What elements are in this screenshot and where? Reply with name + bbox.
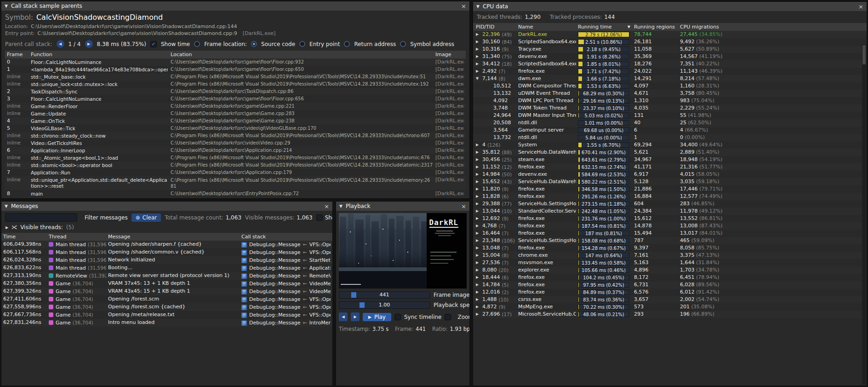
col-thread[interactable]: Thread (49, 233, 106, 241)
col-message[interactable]: Message (108, 233, 240, 241)
callstack-titlebar[interactable]: ▼ Call stack sample parents × (1, 1, 469, 11)
callstack-row[interactable]: inline std::unique_lock<std::mutex>::loc… (5, 81, 466, 88)
expand-arrow-icon[interactable]: ▶ (476, 38, 480, 46)
expand-arrow-icon[interactable]: ▶ (476, 311, 480, 318)
expand-arrow-icon[interactable]: ▶ (476, 208, 480, 215)
cpu-row[interactable]: 24,964 DWM Master Input Thread 5.03 ms (… (473, 112, 867, 119)
expand-arrow-icon[interactable]: ▶ (476, 68, 480, 75)
expand-arrow-icon[interactable]: ▶ (476, 303, 480, 311)
message-row[interactable]: 627,399,326ns Game(36,704) VRAM 43x45: 1… (1, 288, 332, 295)
callstack-row[interactable]: inline Video::GetTicksHiRes C:\Users\wol… (5, 139, 466, 147)
cpu-row[interactable]: ▶1,488(10) csrss.exe 83.74 ms (0.36%) 3,… (473, 296, 867, 303)
message-row[interactable]: 627,558,996ns Game(36,704) Opening /fore… (1, 303, 332, 311)
expand-arrow-icon[interactable]: ▶ (476, 259, 480, 266)
expand-arrow-icon[interactable]: ▶ (476, 222, 480, 230)
callstack-row[interactable]: inline Game::Update C:\Users\wolf\Deskto… (5, 110, 466, 117)
radio-source-code[interactable] (251, 41, 257, 47)
message-callstack[interactable]: DebugLog::Message ← VFS::Open (241, 248, 331, 256)
cpu-row[interactable]: ▶31,340(75) devenv.exe 1.91 s (8.26%) 35… (473, 53, 867, 60)
col-image[interactable]: Image (435, 51, 464, 58)
step-back-button[interactable]: ◀ (339, 312, 348, 321)
cpu-row[interactable]: ▶30,456(25) steam.exe 643.61 ms (2.79%) … (473, 156, 867, 163)
cpu-row[interactable]: ▶10,316(9) Tracy.exe 2.18 s (9.45%) 11,0… (473, 46, 867, 53)
cpu-row[interactable]: ▶12,692(9) firefox.exe 231.76 ms (1.00%)… (473, 215, 867, 222)
callstack-row[interactable]: inline std::chrono::steady_clock::now C:… (5, 132, 466, 139)
zoom-checkbox[interactable]: ✓ (445, 314, 451, 320)
expand-arrow-icon[interactable]: ▶ (476, 237, 480, 244)
radio-source-code-label[interactable]: Source code (261, 41, 295, 47)
expand-arrow-icon[interactable]: ▶ (476, 149, 480, 156)
expand-arrow-icon[interactable]: ▶ (476, 266, 480, 274)
callstack-row[interactable]: 2 TaskDispatch::Sync C:\Users\wolf\Deskt… (5, 88, 466, 95)
cpu-row[interactable]: 4,092 DWM LPC Port Thread 29.16 ms (0.13… (473, 97, 867, 104)
cpu-row[interactable]: 13,732 ntdll.dll 5.84 us (0.00%) 1 0 (0.… (473, 134, 867, 141)
radio-symbol-address[interactable] (400, 41, 406, 47)
cpu-scrollbar[interactable] (862, 44, 866, 385)
close-icon[interactable]: × (858, 4, 863, 10)
expand-arrow-icon[interactable]: ▶ (476, 178, 480, 185)
visible-threads-label[interactable]: Visible threads: (20, 224, 63, 231)
cpu-row[interactable]: ▶13,044(10) StandardCollector.Service 24… (473, 208, 867, 215)
expand-arrow-icon[interactable]: ▶ (476, 60, 480, 68)
cpu-row[interactable]: ▶15,652(43) ServiceHub.DataWarehouse 580… (473, 178, 867, 185)
expand-arrow-icon[interactable]: ▶ (476, 185, 480, 193)
expand-arrow-icon[interactable]: ▶ (476, 156, 480, 163)
messages-table-header[interactable]: Time Thread Message Call stack (1, 233, 332, 241)
message-callstack[interactable]: DebugLog::Message ← StartNetwo (241, 256, 331, 264)
playback-titlebar[interactable]: ▼ Playback × (336, 202, 469, 211)
message-row[interactable]: 627,831,246ns Game(36,704) Intro menu lo… (1, 319, 332, 327)
expand-arrow-icon[interactable]: ▶ (476, 171, 480, 178)
expand-arrow-icon[interactable]: ▶ (476, 141, 480, 149)
expand-threads-icon[interactable]: ▶ (6, 225, 8, 230)
close-icon[interactable]: × (324, 203, 329, 209)
callstack-row[interactable]: 7 Application::Run C:\Users\wolf\Desktop… (5, 169, 466, 176)
collapse-icon[interactable]: ▼ (339, 204, 343, 208)
playback-speed-slider[interactable]: 1.00 (339, 301, 430, 309)
col-pid-tid[interactable]: PID/TID (476, 23, 516, 31)
next-parent-button[interactable]: ▶ (85, 40, 93, 48)
filter-input[interactable] (5, 213, 77, 222)
show-time-checkbox[interactable]: ✓ (150, 41, 157, 47)
cpu-titlebar[interactable]: ▼ CPU data × (473, 2, 867, 11)
play-button[interactable]: ▶Play (363, 313, 391, 321)
clear-button[interactable]: ⊗Clear (131, 214, 161, 222)
message-callstack[interactable]: DebugLog::Message ← VFS::Open (241, 241, 331, 248)
step-forward-button[interactable]: ▶ (351, 312, 360, 321)
cpu-row[interactable]: ▶14,784(5) firefox.exe 97.95 ms (0.42%) … (473, 281, 867, 289)
cpu-row[interactable]: 3,748 DWM Token Thread 23.37 ms (0.10%) … (473, 104, 867, 112)
cpu-row[interactable]: ▶15,004(8) chrome.exe 147 ms (0.64%) 7,1… (473, 252, 867, 259)
message-row[interactable]: 627,313,190ns RemoteView(31,392) Remote … (1, 272, 332, 280)
cpu-row[interactable]: 13,132 uDWM Event Thread 68.29 ms (0.30%… (473, 90, 867, 97)
cpu-row[interactable]: ▶11,828(6) firefox.exe 291.26 ms (1.26%)… (473, 193, 867, 200)
close-icon[interactable]: × (461, 3, 466, 9)
message-callstack[interactable]: DebugLog::Message ← VFS::Open (241, 311, 331, 319)
col-callstack[interactable]: Call stack (241, 233, 331, 241)
expand-arrow-icon[interactable]: ▶ (476, 200, 480, 208)
cpu-row[interactable]: ▶35,812(88) ServiceHub.DataWarehouse 670… (473, 149, 867, 156)
sync-timeline-checkbox[interactable]: ✓ (394, 314, 401, 320)
cpu-row[interactable]: ▶11,152(12) firefox.exe 632.15 ms (2.74%… (473, 163, 867, 171)
message-row[interactable]: 627,667,736ns Game(36,704) Opening /meta… (1, 311, 332, 319)
cpu-row[interactable]: ▶23,348(106) ServiceHub.SettingsHost 158… (473, 237, 867, 244)
expand-arrow-icon[interactable]: ▶ (476, 281, 480, 289)
message-callstack[interactable]: DebugLog::Message ← VideoMemo (241, 280, 331, 288)
cpu-row[interactable]: ▶11,820(9) firefox.exe 346.58 ms (1.50%)… (473, 185, 867, 193)
collapse-icon[interactable]: ▼ (5, 204, 8, 208)
cpu-row[interactable]: ▶27,536(7) msvsmon.exe 133.45 ms (0.58%)… (473, 259, 867, 266)
cpu-row[interactable]: ▶34,412(18) ScriptedSandbox64.exe 1.85 s… (473, 60, 867, 68)
cpu-row[interactable]: ▶29,388(77) ServiceHub.SettingsHost 273.… (473, 200, 867, 208)
callstack-row[interactable]: 5 VideoGLBase::Tick C:\Users\wolf\Deskto… (5, 125, 466, 132)
cpu-row[interactable]: 10,512 DWM Compositor Thread 1.53 s (6.6… (473, 82, 867, 90)
expand-arrow-icon[interactable]: ▶ (476, 31, 480, 38)
radio-entry-point-label[interactable]: Entry point (309, 41, 340, 47)
callstack-row[interactable]: inline std::_Atomic_storage<bool,1>::loa… (5, 154, 466, 162)
radio-entry-point[interactable] (299, 41, 305, 47)
col-time[interactable]: Time (3, 233, 47, 241)
cpu-row[interactable]: ▶4(126) System 1.55 s (6.70%) 69,294 34,… (473, 141, 867, 149)
frame-image-slider[interactable]: 441 (339, 291, 430, 299)
message-callstack[interactable]: DebugLog::Message ← VFS::Open (241, 295, 331, 303)
cpu-row[interactable]: ▶8,080(20) explorer.exe 105.66 ms (0.46%… (473, 266, 867, 274)
close-icon[interactable]: × (461, 203, 466, 209)
expand-arrow-icon[interactable]: ▶ (476, 289, 480, 296)
cpu-row[interactable]: ▶16,464(7) firefox.exe 187 ms (0.81%) 15… (473, 230, 867, 237)
